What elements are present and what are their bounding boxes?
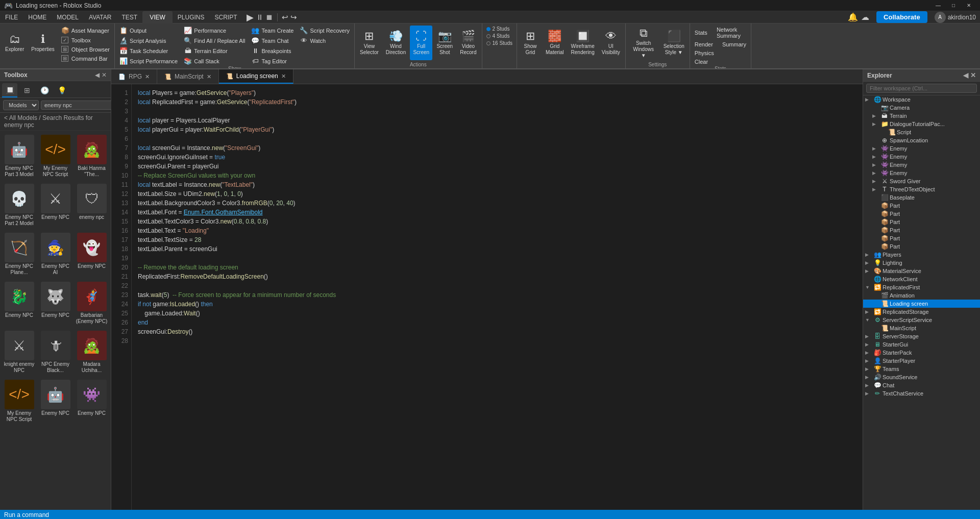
tree-item[interactable]: ▶ 🎒 StarterPack (863, 349, 980, 357)
tree-item[interactable]: 📦 Part (863, 210, 980, 218)
menu-item-view[interactable]: VIEW (142, 11, 173, 23)
menu-item-plugins[interactable]: PLUGINS (173, 11, 210, 23)
toolbox-item[interactable]: 🤖Enemy NPC (38, 378, 72, 425)
stud-4-option[interactable]: 4 Studs (484, 33, 514, 39)
tree-item[interactable]: ▶ 👾 Enemy (863, 153, 980, 161)
pause-button[interactable]: ⏸ (256, 13, 263, 21)
performance-button[interactable]: 📈Performance (181, 26, 248, 35)
stud-16-option[interactable]: 16 Studs (484, 40, 514, 46)
undo-button[interactable]: ↩ (282, 13, 288, 22)
tree-item[interactable]: ▼ ⚙ ServerScriptService (863, 316, 980, 324)
grid-material-button[interactable]: 🧱 GridMaterial (543, 26, 567, 60)
explorer-collapse-icon[interactable]: ◀ (963, 71, 968, 79)
render-button[interactable]: Render (692, 40, 716, 48)
full-screen-button[interactable]: ⛶ FullScreen (410, 26, 432, 60)
tree-item[interactable]: ▶ 👾 Enemy (863, 144, 980, 153)
maximize-button[interactable]: □ (946, 1, 961, 11)
ui-visibility-button[interactable]: 👁 UIVisibility (599, 26, 623, 60)
find-replace-button[interactable]: 🔍Find All / Replace All (181, 36, 248, 45)
physics-button[interactable]: Physics (692, 49, 749, 57)
command-bar-button[interactable]: ⊞Command Bar (59, 54, 112, 63)
tree-item[interactable]: 🌐 NetworkClient (863, 275, 980, 283)
tree-item[interactable]: ▶ 🏔 Terrain (863, 112, 980, 120)
wireframe-button[interactable]: 🔲 WireframeRendering (568, 26, 598, 60)
call-stack-button[interactable]: 📚Call Stack (181, 56, 248, 66)
tree-item[interactable]: ▶ 💡 Lighting (863, 259, 980, 267)
menu-item-test[interactable]: TEST (116, 11, 142, 23)
toolbox-item[interactable]: 🛡enemy npc (75, 182, 109, 229)
toolbox-item[interactable]: 🏹Enemy NPC Plane... (2, 231, 36, 278)
script-performance-button[interactable]: 📊Script Performance (117, 56, 180, 66)
screen-shot-button[interactable]: 📷 ScreenShot (433, 26, 456, 60)
tree-item[interactable]: ▶ 🏆 Teams (863, 365, 980, 373)
tree-item[interactable]: 📜 Loading screen (863, 300, 980, 308)
toolbox-item[interactable]: 🧙Enemy NPC AI (38, 231, 72, 278)
script-recovery-button[interactable]: 🔧Script Recovery (297, 26, 352, 35)
run-button[interactable]: ▶ (247, 12, 254, 23)
tree-item[interactable]: ▶ 📁 DialogueTutorialPac... (863, 120, 980, 128)
explorer-expand-icon[interactable]: ✕ (970, 71, 976, 79)
toolbox-item[interactable]: 🐺Enemy NPC (38, 280, 72, 327)
user-area[interactable]: A akirdion10 (935, 12, 976, 23)
watch-button[interactable]: 👁Watch (297, 36, 352, 45)
menu-item-model[interactable]: MODEL (52, 11, 84, 23)
mainscript-tab-close[interactable]: ✕ (207, 73, 211, 80)
script-analysis-button[interactable]: 🔬Script Analysis (117, 36, 180, 45)
switch-windows-button[interactable]: ⧉ SwitchWindows ▼ (628, 26, 659, 60)
collapse-icon[interactable]: ◀ (95, 71, 100, 79)
toolbox-button[interactable]: ✓Toolbox (59, 36, 112, 44)
cloud-icon[interactable]: ☁ (861, 12, 869, 22)
tree-item[interactable]: ▶ 💬 Chat (863, 381, 980, 389)
show-grid-button[interactable]: ⊞ ShowGrid (519, 26, 542, 60)
properties-button[interactable]: ℹ Properties (28, 26, 58, 60)
minimize-button[interactable]: — (931, 1, 945, 11)
model-type-dropdown[interactable]: Models Plugins Decals Audio (3, 100, 39, 110)
editor-tab-loading[interactable]: 📜 Loading screen ✕ (219, 69, 293, 84)
toolbox-tab-clock[interactable]: 🕐 (37, 83, 52, 97)
team-chat-button[interactable]: 💬Team Chat (249, 36, 296, 45)
explorer-button[interactable]: 🗂 Explorer (2, 26, 27, 60)
filter-input[interactable] (866, 84, 977, 93)
wind-direction-button[interactable]: 💨 WindDirection (383, 26, 409, 60)
network-summary-button[interactable]: NetworkSummary (714, 26, 743, 40)
toolbox-item[interactable]: 👾Enemy NPC (75, 378, 109, 425)
toolbox-item[interactable]: 👻Enemy NPC (75, 231, 109, 278)
menu-item-file[interactable]: FILE (0, 11, 23, 23)
expand-icon[interactable]: ✕ (102, 71, 107, 79)
stats-button[interactable]: Stats (692, 26, 710, 40)
tree-item[interactable]: 📜 MainScript (863, 324, 980, 332)
toolbox-item[interactable]: 🐉Enemy NPC (2, 280, 36, 327)
tree-item[interactable]: ▶ 🗄 ServerStorage (863, 332, 980, 340)
task-scheduler-button[interactable]: 📅Task Scheduler (117, 46, 180, 56)
toolbox-item[interactable]: </>My Enemy NPC Script (2, 378, 36, 425)
toolbox-item[interactable]: 🤖Enemy NPC Part 3 Model (2, 133, 36, 180)
toolbox-item[interactable]: 🦸Barbarian (Enemy NPC) (75, 280, 109, 327)
tree-item[interactable]: ▶ 👾 Enemy (863, 161, 980, 169)
tree-item[interactable]: ▶ ⚔ Sword Giver (863, 177, 980, 185)
breakpoints-button[interactable]: ⏸Breakpoints (249, 46, 296, 56)
toolbox-item[interactable]: 🗡NPC Enemy Black... (38, 329, 72, 376)
tree-item[interactable]: ▶ 👾 Enemy (863, 169, 980, 177)
editor-tab-rpg[interactable]: 📄 RPG ✕ (111, 69, 157, 84)
toolbox-item[interactable]: 💀Enemy NPC Part 2 Model (2, 182, 36, 229)
tree-item[interactable]: ▶ ✏ TextChatService (863, 389, 980, 398)
tree-item[interactable]: ▶ 🔁 ReplicatedStorage (863, 308, 980, 316)
tree-item[interactable]: ▶ 🌐 Workspace (863, 95, 980, 104)
menu-item-home[interactable]: HOME (23, 11, 52, 23)
tree-item[interactable]: 🎬 Animation (863, 291, 980, 300)
notification-icon[interactable]: 🔔 (848, 12, 858, 22)
tree-item[interactable]: ▼ 🔁 ReplicatedFirst (863, 283, 980, 291)
selection-style-button[interactable]: ⬛ SelectionStyle ▼ (660, 26, 688, 60)
tree-item[interactable]: ▶ 👥 Players (863, 251, 980, 259)
output-button[interactable]: 📋Output (117, 26, 180, 35)
terrain-editor-button[interactable]: 🏔Terrain Editor (181, 46, 248, 56)
video-record-button[interactable]: 🎬 VideoRecord (457, 26, 479, 60)
editor-tab-mainscript[interactable]: 📜 MainScript ✕ (157, 69, 219, 84)
toolbox-tab-grid[interactable]: ⊞ (19, 83, 35, 97)
tree-item[interactable]: 📦 Part (863, 218, 980, 226)
collaborate-button[interactable]: Collaborate (876, 11, 927, 23)
search-input[interactable] (41, 101, 118, 110)
toolbox-item[interactable]: </>My Enemy NPC Script (38, 133, 72, 180)
menu-item-script[interactable]: SCRIPT (210, 11, 242, 23)
tree-item[interactable]: ▶ 👤 StarterPlayer (863, 357, 980, 365)
